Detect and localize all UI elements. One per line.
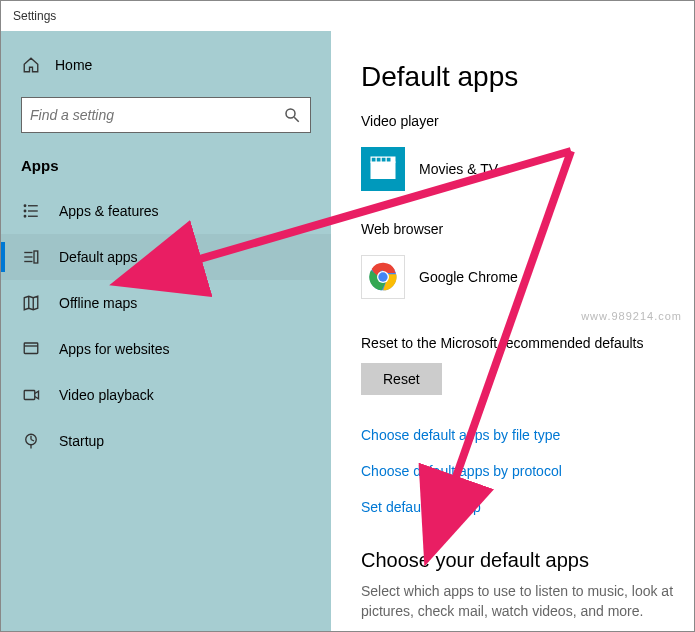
main-content: Default apps Video player Movies & TV We…: [331, 31, 694, 631]
svg-rect-14: [24, 343, 38, 354]
svg-line-1: [294, 117, 299, 122]
nav-item-label: Startup: [59, 433, 104, 449]
window-titlebar: Settings: [1, 1, 694, 31]
link-by-app[interactable]: Set defaults by app: [361, 489, 694, 525]
svg-rect-16: [24, 391, 35, 400]
svg-point-0: [286, 109, 295, 118]
nav-item-label: Video playback: [59, 387, 154, 403]
svg-rect-23: [372, 158, 376, 162]
nav-item-label: Offline maps: [59, 295, 137, 311]
web-browser-app-name: Google Chrome: [419, 269, 518, 285]
link-by-protocol[interactable]: Choose default apps by protocol: [361, 453, 694, 489]
svg-point-29: [378, 272, 387, 281]
search-icon: [282, 105, 302, 125]
nav-apps-for-websites[interactable]: Apps for websites: [1, 326, 331, 372]
search-box[interactable]: [21, 97, 311, 133]
nav-home-label: Home: [55, 57, 92, 73]
svg-rect-11: [34, 251, 38, 263]
web-browser-app-tile[interactable]: Google Chrome: [361, 251, 694, 313]
svg-rect-26: [387, 158, 391, 162]
defaults-icon: [21, 247, 41, 267]
nav-video-playback[interactable]: Video playback: [1, 372, 331, 418]
list-icon: [21, 201, 41, 221]
svg-rect-24: [377, 158, 381, 162]
video-icon: [21, 385, 41, 405]
video-player-app-name: Movies & TV: [419, 161, 498, 177]
reset-description: Reset to the Microsoft recommended defau…: [361, 335, 694, 351]
web-browser-label: Web browser: [361, 221, 694, 237]
movies-tv-icon: [361, 147, 405, 191]
svg-line-19: [31, 440, 34, 442]
home-icon: [21, 55, 41, 75]
svg-rect-25: [382, 158, 386, 162]
chrome-icon: [361, 255, 405, 299]
choose-description: Select which apps to use to listen to mu…: [361, 582, 694, 621]
svg-point-5: [24, 205, 26, 207]
map-icon: [21, 293, 41, 313]
reset-button[interactable]: Reset: [361, 363, 442, 395]
page-title: Default apps: [361, 61, 694, 93]
video-player-app-tile[interactable]: Movies & TV: [361, 143, 694, 205]
sidebar-section-heading: Apps: [1, 151, 331, 188]
watermark: www.989214.com: [581, 310, 682, 322]
startup-icon: [21, 431, 41, 451]
svg-rect-21: [371, 162, 396, 180]
svg-point-7: [24, 216, 26, 218]
nav-item-label: Apps & features: [59, 203, 159, 219]
svg-point-6: [24, 210, 26, 212]
nav-default-apps[interactable]: Default apps: [1, 234, 331, 280]
nav-apps-features[interactable]: Apps & features: [1, 188, 331, 234]
choose-heading: Choose your default apps: [361, 549, 694, 572]
video-player-label: Video player: [361, 113, 694, 129]
sidebar: Home Apps Apps & features: [1, 31, 331, 631]
window-title: Settings: [13, 9, 56, 23]
websites-icon: [21, 339, 41, 359]
nav-home[interactable]: Home: [1, 47, 331, 91]
nav-item-label: Default apps: [59, 249, 138, 265]
nav-offline-maps[interactable]: Offline maps: [1, 280, 331, 326]
link-by-file-type[interactable]: Choose default apps by file type: [361, 417, 694, 453]
nav-startup[interactable]: Startup: [1, 418, 331, 464]
search-input[interactable]: [30, 107, 282, 123]
nav-item-label: Apps for websites: [59, 341, 170, 357]
